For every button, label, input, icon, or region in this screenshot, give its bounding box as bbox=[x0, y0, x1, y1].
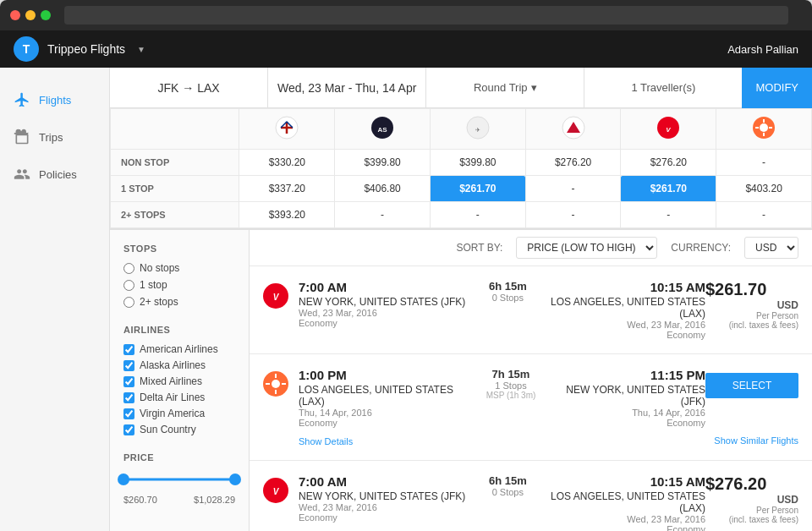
flight-2-select[interactable]: SELECT bbox=[705, 373, 798, 398]
nonstop-alaska[interactable]: $399.80 bbox=[335, 150, 431, 176]
policies-icon bbox=[14, 166, 30, 183]
airline-virgin-col: V bbox=[621, 109, 716, 150]
no-stops-label: No stops bbox=[140, 262, 179, 274]
1stop-mixed[interactable]: $261.70 bbox=[430, 176, 525, 202]
maximize-button[interactable] bbox=[41, 10, 51, 20]
titlebar bbox=[0, 0, 812, 30]
flight-3-arrive: 10:15 AM LOS ANGELES, UNITED STATES (LAX… bbox=[550, 474, 705, 531]
flight-1-arrive-date: Wed, 23 Mar, 2016 bbox=[550, 320, 705, 330]
dropdown-icon[interactable]: ▼ bbox=[137, 45, 145, 54]
flight-2-bottom: Show Details Show Similar Flights bbox=[299, 431, 798, 446]
2stops-delta: - bbox=[525, 202, 621, 228]
flight-2-arrive-class: Economy bbox=[553, 418, 705, 428]
trips-label: Trips bbox=[39, 131, 63, 144]
nonstop-delta[interactable]: $276.20 bbox=[525, 150, 621, 176]
traffic-lights bbox=[10, 10, 51, 20]
virgin-airline-icon-3: V bbox=[263, 478, 288, 503]
flight-3-depart: 7:00 AM NEW YORK, UNITED STATES (JFK) We… bbox=[299, 474, 465, 523]
filter-american[interactable]: American Airlines bbox=[123, 343, 235, 355]
price-slider[interactable] bbox=[123, 471, 235, 488]
nonstop-sun: - bbox=[716, 150, 812, 176]
sidebar-item-flights[interactable]: Flights bbox=[0, 81, 109, 118]
sun-checkbox[interactable] bbox=[123, 424, 134, 435]
mixed-checkbox[interactable] bbox=[123, 376, 134, 387]
no-stops-radio[interactable] bbox=[123, 263, 134, 274]
flight-3-duration: 6h 15m 0 Stops bbox=[465, 474, 550, 497]
american-label: American Airlines bbox=[140, 343, 218, 355]
1-stop-radio[interactable] bbox=[123, 280, 134, 291]
nonstop-mixed[interactable]: $399.80 bbox=[430, 150, 525, 176]
nonstop-american[interactable]: $330.20 bbox=[239, 150, 335, 176]
sidebar-item-trips[interactable]: Trips bbox=[0, 118, 109, 156]
sidebar-item-policies[interactable]: Policies bbox=[0, 156, 109, 193]
dates-segment[interactable]: Wed, 23 Mar - Thu, 14 Apr bbox=[268, 68, 426, 107]
airline-alaska-col: AS bbox=[335, 109, 431, 150]
flight-1-depart-date: Wed, 23 Mar, 2016 bbox=[299, 308, 465, 318]
american-checkbox[interactable] bbox=[123, 344, 134, 355]
trip-type-segment[interactable]: Round Trip ▾ bbox=[426, 68, 584, 107]
flight-1-stops: 0 Stops bbox=[465, 293, 550, 303]
2stops-virgin: - bbox=[621, 202, 716, 228]
flight-2-actions: SELECT bbox=[705, 368, 798, 398]
1stop-sun[interactable]: $403.20 bbox=[716, 176, 812, 202]
flight-3-depart-class: Economy bbox=[299, 512, 465, 523]
flight-2-depart: 1:00 PM LOS ANGELES, UNITED STATES (LAX)… bbox=[299, 368, 469, 428]
minimize-button[interactable] bbox=[25, 10, 36, 20]
flight-1-arrive-city: LOS ANGELES, UNITED STATES (LAX) bbox=[550, 296, 705, 320]
flight-2-duration: 7h 15m 1 Stops MSP (1h 3m) bbox=[469, 368, 553, 400]
sun-airline-icon-2 bbox=[263, 371, 288, 397]
nonstop-label: NON STOP bbox=[111, 150, 239, 176]
sort-select[interactable]: PRICE (LOW TO HIGH) PRICE (HIGH TO LOW) … bbox=[516, 237, 657, 259]
address-bar[interactable] bbox=[64, 6, 788, 25]
flight-1-arrive: 10:15 AM LOS ANGELES, UNITED STATES (LAX… bbox=[550, 280, 705, 340]
filter-sun[interactable]: Sun Country bbox=[123, 424, 235, 435]
flight-2-show-details[interactable]: Show Details bbox=[299, 436, 353, 446]
slider-min-handle[interactable] bbox=[118, 474, 129, 485]
route-segment[interactable]: JFK → LAX bbox=[110, 68, 268, 107]
filter-alaska[interactable]: Alaska Airlines bbox=[123, 359, 235, 371]
modify-button[interactable]: MODIFY bbox=[742, 68, 812, 108]
flight-2-show-similar[interactable]: Show Similar Flights bbox=[714, 435, 798, 446]
results-layout: STOPS No stops 1 stop 2+ stops bbox=[110, 230, 812, 531]
app-logo: T Trippeo Flights ▼ bbox=[14, 36, 145, 62]
2-stops-radio[interactable] bbox=[123, 297, 134, 308]
flight-3-arrive-city: LOS ANGELES, UNITED STATES (LAX) bbox=[550, 490, 705, 514]
virgin-checkbox[interactable] bbox=[123, 408, 134, 419]
flight-1-note: (incl. taxes & fees) bbox=[705, 320, 798, 330]
filter-delta[interactable]: Delta Air Lines bbox=[123, 391, 235, 403]
1stop-alaska[interactable]: $406.80 bbox=[335, 176, 431, 202]
flight-3-price: $276.20 USD Per Person (incl. taxes & fe… bbox=[705, 474, 798, 524]
flight-3-depart-time: 7:00 AM bbox=[299, 474, 465, 489]
nonstop-virgin[interactable]: $276.20 bbox=[621, 150, 716, 176]
stops-filter: STOPS No stops 1 stop 2+ stops bbox=[123, 244, 235, 308]
1stop-virgin[interactable]: $261.70 bbox=[621, 176, 716, 202]
svg-text:AS: AS bbox=[378, 126, 388, 134]
slider-max-handle[interactable] bbox=[229, 474, 241, 485]
price-filter: PRICE $260.70 $1,028.29 bbox=[123, 452, 235, 505]
filter-virgin[interactable]: Virgin America bbox=[123, 408, 235, 419]
2stops-american[interactable]: $393.20 bbox=[239, 202, 335, 228]
flight-1-per: Per Person bbox=[705, 311, 798, 320]
currency-select[interactable]: USD EUR GBP bbox=[744, 237, 798, 259]
airline-american-col bbox=[239, 109, 335, 150]
trips-icon bbox=[14, 129, 30, 145]
filter-no-stops[interactable]: No stops bbox=[123, 262, 235, 274]
close-button[interactable] bbox=[10, 10, 20, 20]
travellers-segment[interactable]: 1 Traveller(s) bbox=[584, 68, 742, 107]
flight-2-stops: 1 Stops bbox=[469, 380, 553, 391]
flight-2-depart-date: Thu, 14 Apr, 2016 bbox=[299, 408, 469, 418]
sort-label: SORT BY: bbox=[456, 242, 502, 254]
flight-card-2: 1:00 PM LOS ANGELES, UNITED STATES (LAX)… bbox=[250, 354, 812, 461]
mixed-label: Mixed Airlines bbox=[140, 375, 202, 387]
delta-checkbox[interactable] bbox=[123, 392, 134, 403]
flight-1-duration: 6h 15m 0 Stops bbox=[465, 280, 550, 303]
flight-2-arrive-date: Thu, 14 Apr, 2016 bbox=[553, 408, 705, 418]
filter-mixed[interactable]: Mixed Airlines bbox=[123, 375, 235, 387]
stops-title: STOPS bbox=[123, 244, 235, 254]
filter-2-stops[interactable]: 2+ stops bbox=[123, 296, 235, 308]
filter-1-stop[interactable]: 1 stop bbox=[123, 279, 235, 291]
airlines-title: AIRLINES bbox=[123, 325, 235, 335]
flight-3-amount: $276.20 bbox=[705, 474, 766, 494]
1stop-american[interactable]: $337.20 bbox=[239, 176, 335, 202]
alaska-checkbox[interactable] bbox=[123, 360, 134, 371]
